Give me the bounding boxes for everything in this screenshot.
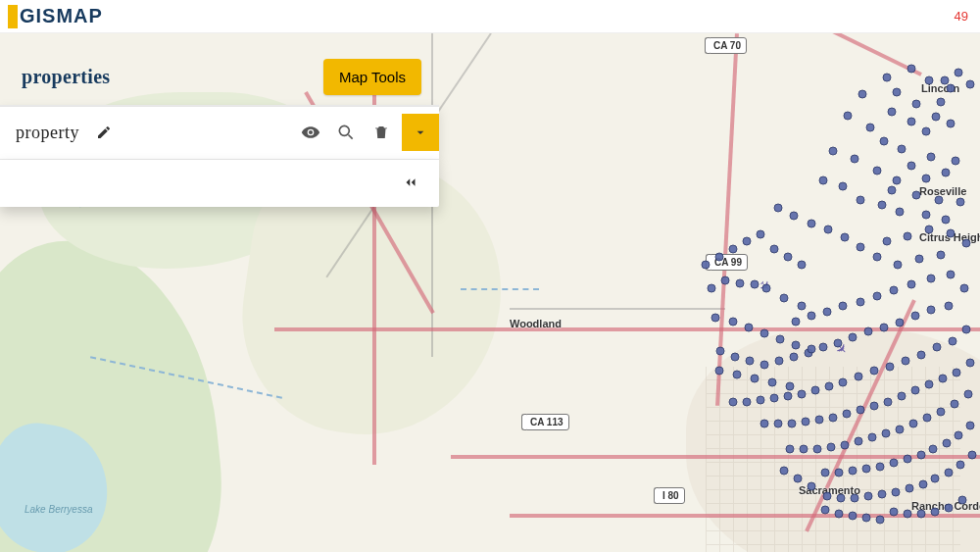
property-point[interactable]	[786, 382, 795, 391]
property-point[interactable]	[968, 451, 977, 460]
expand-layer-button[interactable]	[402, 114, 439, 151]
property-point[interactable]	[780, 294, 789, 303]
property-point[interactable]	[762, 284, 771, 293]
property-point[interactable]	[835, 469, 844, 477]
property-point[interactable]	[784, 392, 793, 401]
property-point[interactable]	[768, 378, 777, 387]
property-point[interactable]	[953, 369, 961, 377]
property-point[interactable]	[790, 353, 799, 362]
property-point[interactable]	[955, 431, 963, 440]
property-point[interactable]	[951, 400, 959, 409]
property-point[interactable]	[883, 237, 892, 246]
property-point[interactable]	[729, 318, 738, 326]
property-point[interactable]	[746, 357, 755, 366]
property-point[interactable]	[922, 127, 931, 136]
property-point[interactable]	[922, 211, 931, 220]
property-point[interactable]	[907, 280, 916, 289]
property-point[interactable]	[912, 191, 921, 200]
app-logo[interactable]: GISMAP	[8, 0, 103, 32]
delete-layer-button[interactable]	[367, 118, 396, 147]
property-point[interactable]	[823, 492, 832, 501]
property-point[interactable]	[882, 429, 891, 438]
property-point[interactable]	[925, 226, 934, 234]
property-point[interactable]	[962, 239, 971, 248]
property-point[interactable]	[798, 390, 807, 399]
property-point[interactable]	[880, 137, 889, 146]
property-point[interactable]	[942, 216, 951, 225]
property-point[interactable]	[757, 230, 765, 239]
property-point[interactable]	[841, 441, 850, 450]
property-point[interactable]	[866, 124, 875, 132]
property-point[interactable]	[956, 461, 965, 470]
property-point[interactable]	[731, 353, 740, 362]
property-point[interactable]	[862, 465, 871, 474]
property-point[interactable]	[823, 308, 832, 317]
property-point[interactable]	[790, 212, 799, 221]
property-point[interactable]	[912, 100, 921, 109]
property-point[interactable]	[909, 420, 918, 428]
property-point[interactable]	[947, 229, 956, 238]
map-tools-button[interactable]: Map Tools	[323, 59, 421, 95]
property-point[interactable]	[962, 326, 971, 334]
property-point[interactable]	[729, 245, 738, 254]
property-point[interactable]	[947, 120, 956, 128]
property-point[interactable]	[880, 324, 889, 332]
property-point[interactable]	[862, 514, 871, 523]
property-point[interactable]	[966, 80, 975, 89]
property-point[interactable]	[857, 406, 865, 415]
zoom-to-layer-button[interactable]	[331, 118, 361, 147]
property-point[interactable]	[839, 302, 848, 311]
property-point[interactable]	[751, 375, 760, 383]
property-point[interactable]	[829, 414, 838, 423]
property-point[interactable]	[864, 327, 873, 336]
property-point[interactable]	[886, 363, 895, 372]
property-point[interactable]	[896, 426, 905, 434]
property-point[interactable]	[851, 155, 859, 164]
property-point[interactable]	[702, 261, 710, 270]
property-point[interactable]	[844, 112, 853, 121]
property-point[interactable]	[898, 145, 906, 154]
property-point[interactable]	[834, 339, 843, 348]
property-point[interactable]	[792, 341, 801, 350]
property-point[interactable]	[890, 459, 899, 468]
property-point[interactable]	[876, 463, 885, 472]
property-point[interactable]	[966, 359, 975, 368]
property-point[interactable]	[841, 233, 850, 242]
property-point[interactable]	[960, 284, 969, 293]
property-point[interactable]	[729, 398, 738, 407]
property-point[interactable]	[922, 175, 931, 183]
property-point[interactable]	[945, 504, 954, 513]
property-point[interactable]	[878, 490, 887, 499]
property-point[interactable]	[907, 65, 916, 74]
property-point[interactable]	[849, 467, 858, 476]
property-point[interactable]	[813, 445, 822, 454]
property-point[interactable]	[942, 169, 951, 177]
property-point[interactable]	[786, 445, 795, 454]
property-point[interactable]	[774, 420, 783, 428]
property-point[interactable]	[849, 333, 858, 342]
property-point[interactable]	[939, 375, 948, 383]
property-point[interactable]	[956, 198, 965, 207]
property-point[interactable]	[943, 439, 952, 448]
property-point[interactable]	[811, 386, 820, 395]
property-point[interactable]	[792, 318, 801, 326]
property-point[interactable]	[827, 443, 836, 452]
property-point[interactable]	[736, 279, 745, 288]
property-point[interactable]	[915, 255, 924, 264]
property-point[interactable]	[760, 420, 769, 428]
property-point[interactable]	[917, 510, 926, 519]
property-point[interactable]	[829, 147, 838, 156]
property-point[interactable]	[896, 319, 905, 327]
property-point[interactable]	[819, 343, 828, 352]
property-point[interactable]	[815, 416, 824, 425]
property-point[interactable]	[760, 329, 769, 338]
property-point[interactable]	[868, 433, 877, 442]
property-point[interactable]	[819, 176, 828, 185]
property-point[interactable]	[808, 312, 816, 321]
property-point[interactable]	[870, 367, 879, 376]
property-point[interactable]	[937, 251, 946, 260]
property-point[interactable]	[904, 232, 912, 241]
property-point[interactable]	[923, 414, 932, 423]
property-point[interactable]	[825, 382, 834, 391]
property-point[interactable]	[775, 357, 784, 366]
